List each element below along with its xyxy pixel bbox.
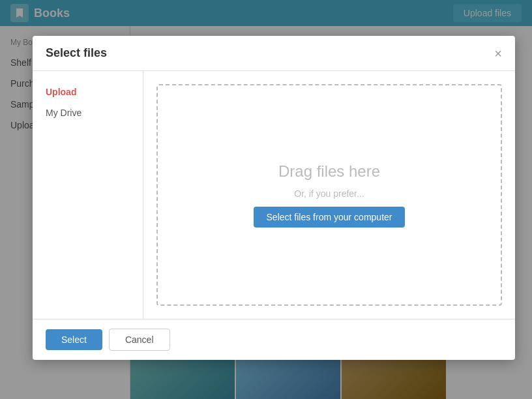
modal-sidebar-item-upload[interactable]: Upload <box>33 81 143 102</box>
drop-zone-subtitle: Or, if you prefer... <box>294 188 364 199</box>
modal-body: Upload My Drive Drag files here Or, if y… <box>33 71 515 319</box>
cancel-button[interactable]: Cancel <box>109 329 170 351</box>
drop-zone-title: Drag files here <box>278 162 380 181</box>
modal-sidebar-item-mydrive[interactable]: My Drive <box>33 102 143 123</box>
modal-sidebar: Upload My Drive <box>33 71 143 319</box>
modal-header: Select files × <box>33 36 515 71</box>
modal-footer: Select Cancel <box>33 319 515 360</box>
select-button[interactable]: Select <box>46 329 102 350</box>
select-files-modal: Select files × Upload My Drive Drag file… <box>33 36 515 360</box>
modal-title: Select files <box>46 46 107 60</box>
modal-main-content: Drag files here Or, if you prefer... Sel… <box>143 71 515 319</box>
modal-close-button[interactable]: × <box>494 47 502 60</box>
drop-zone[interactable]: Drag files here Or, if you prefer... Sel… <box>156 84 502 306</box>
select-files-from-computer-button[interactable]: Select files from your computer <box>254 207 406 228</box>
